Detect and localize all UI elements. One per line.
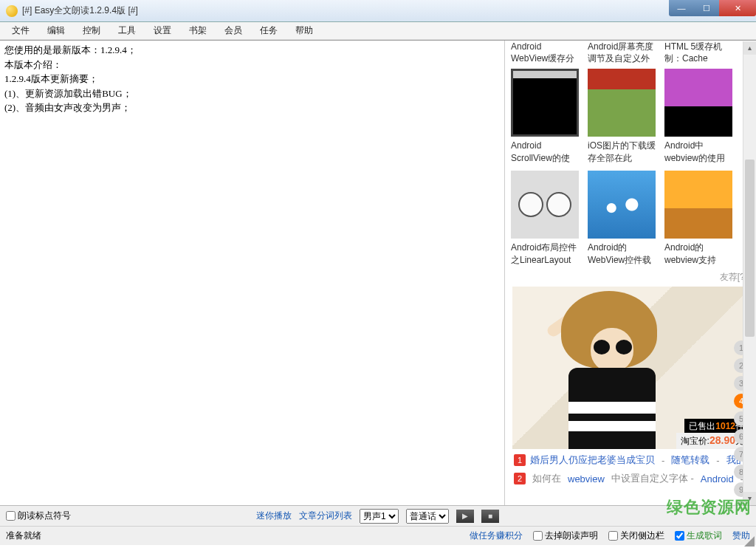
minimize-button[interactable]: —	[669, 0, 694, 16]
menu-设置[interactable]: 设置	[146, 23, 179, 38]
app-icon	[6, 5, 18, 17]
play-button[interactable]: ▶	[456, 510, 474, 523]
mini-play-link[interactable]: 迷你播放	[256, 510, 292, 522]
link-row: 1婚后男人仍应把老婆当成宝贝 - 随笔转载 - 我的每	[514, 453, 749, 467]
gen-lyrics-checkbox[interactable]: 生成歌词	[675, 530, 722, 542]
friend-recommend[interactable]: 友荐[?]	[505, 270, 756, 287]
lang-select[interactable]: 普通话	[406, 509, 449, 524]
sidebar-thumb-grid: Android ScrollView的使iOS图片的下载缓存全部在此Androi…	[505, 69, 756, 270]
thumb-label: Android的WebView控件载	[588, 242, 656, 265]
thumb-image[interactable]	[664, 69, 732, 137]
thumb-image[interactable]	[511, 69, 579, 137]
scroll-up-arrow[interactable]: ▴	[743, 41, 756, 55]
close-button[interactable]: ✕	[719, 0, 756, 16]
thumb-label: Android布局控件之LinearLayout	[511, 242, 579, 265]
resize-grip[interactable]	[744, 536, 755, 547]
sidebar-top-label[interactable]: Android屏幕亮度调节及自定义外	[588, 41, 656, 64]
title-bar: [#] Easy全文朗读1.2.9.4版 [#] — ☐ ✕	[0, 0, 756, 22]
thumb-card[interactable]: Android布局控件之LinearLayout	[511, 171, 579, 265]
voice-select[interactable]: 男声1	[360, 509, 399, 524]
thumb-card[interactable]: Android的WebView控件载	[588, 171, 656, 265]
menu-控制[interactable]: 控制	[75, 23, 108, 38]
vertical-scrollbar[interactable]: ▴ ▾	[743, 41, 756, 505]
main-area: 您使用的是最新版本：1.2.9.4； 本版本介绍： 1.2.9.4版本更新摘要；…	[0, 40, 756, 505]
menu-书架[interactable]: 书架	[182, 23, 214, 38]
menu-会员[interactable]: 会员	[217, 23, 250, 38]
thumb-card[interactable]: Android中webview的使用	[664, 69, 732, 163]
sidebar-link-list: 1婚后男人仍应把老婆当成宝贝 - 随笔转载 - 我的每2如何在webview中设…	[505, 449, 756, 485]
thumb-card[interactable]: Android的webview支持	[664, 171, 732, 265]
thumb-label: iOS图片的下载缓存全部在此	[588, 140, 656, 163]
word-list-link[interactable]: 文章分词列表	[299, 510, 352, 522]
sidebar-link[interactable]: 婚后男人仍应把老婆当成宝贝	[530, 453, 655, 467]
thumb-card[interactable]: iOS图片的下载缓存全部在此	[588, 69, 656, 163]
link-row: 2如何在webview中设置自定义字体 - Android - 我的	[514, 472, 749, 485]
thumb-image[interactable]	[588, 171, 656, 239]
status-text: 准备就绪	[6, 530, 41, 542]
sidebar: Android WebView缓存分Android屏幕亮度调节及自定义外HTML…	[505, 41, 756, 505]
sidebar-link[interactable]: Android	[701, 473, 734, 484]
sidebar-top-labels: Android WebView缓存分Android屏幕亮度调节及自定义外HTML…	[505, 41, 756, 69]
sidebar-link[interactable]: 随笔转载	[671, 453, 709, 467]
close-sidebar-checkbox[interactable]: 关闭侧边栏	[608, 530, 664, 542]
thumb-label: Android的webview支持	[664, 242, 732, 265]
maximize-button[interactable]: ☐	[694, 0, 719, 16]
rank-badge: 2	[514, 473, 526, 484]
controls-bar: 朗读标点符号 迷你播放 文章分词列表 男声1 普通话 ▶ ■	[0, 505, 756, 526]
scroll-down-arrow[interactable]: ▾	[743, 492, 756, 505]
rank-badge: 1	[514, 454, 526, 466]
read-punctuation-checkbox[interactable]: 朗读标点符号	[6, 510, 71, 522]
sidebar-top-label[interactable]: HTML 5缓存机制：Cache	[664, 41, 732, 64]
promo-banner[interactable]: 已售出1012件 淘宝价:28.90元	[512, 287, 749, 449]
thumb-image[interactable]	[664, 171, 732, 239]
scrollbar-thumb[interactable]	[745, 160, 755, 337]
menu-文件[interactable]: 文件	[4, 23, 37, 38]
status-bar: 准备就绪 做任务赚积分 去掉朗读声明 关闭侧边栏 生成歌词 赞助	[0, 526, 756, 545]
menu-任务[interactable]: 任务	[252, 23, 285, 38]
menu-bar: 文件编辑控制工具设置书架会员任务帮助	[0, 22, 756, 40]
remove-voice-notice-checkbox[interactable]: 去掉朗读声明	[533, 530, 598, 542]
menu-帮助[interactable]: 帮助	[288, 23, 320, 38]
thumb-image[interactable]	[588, 69, 656, 137]
window-title: [#] Easy全文朗读1.2.9.4版 [#]	[22, 4, 138, 17]
stop-button[interactable]: ■	[481, 510, 499, 523]
content-pane[interactable]: 您使用的是最新版本：1.2.9.4； 本版本介绍： 1.2.9.4版本更新摘要；…	[0, 41, 505, 505]
thumb-card[interactable]: Android ScrollView的使	[511, 69, 579, 163]
menu-编辑[interactable]: 编辑	[40, 23, 72, 38]
thumb-label: Android ScrollView的使	[511, 140, 579, 163]
thumb-image[interactable]	[511, 171, 579, 239]
window-buttons: — ☐ ✕	[669, 0, 756, 16]
thumb-label: Android中webview的使用	[664, 140, 732, 163]
sidebar-link[interactable]: webview	[568, 473, 605, 484]
task-link[interactable]: 做任务赚积分	[470, 530, 523, 542]
menu-工具[interactable]: 工具	[111, 23, 143, 38]
sidebar-top-label[interactable]: Android WebView缓存分	[511, 41, 579, 64]
